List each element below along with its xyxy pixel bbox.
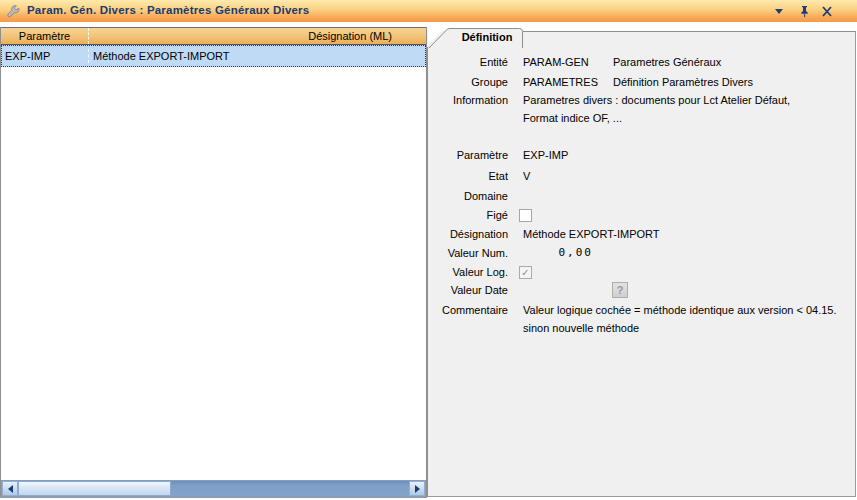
entite-label: Entité xyxy=(428,54,508,70)
window-title: Param. Gén. Divers : Paramètres Généraux… xyxy=(27,4,309,16)
field-designation: Désignation Méthode EXPORT-IMPORT xyxy=(428,226,848,242)
field-fige: Figé xyxy=(428,207,848,223)
entite-name: Parametres Généraux xyxy=(613,54,721,70)
scrollbar-track[interactable] xyxy=(171,481,409,496)
cell-parametre: EXP-IMP xyxy=(1,49,89,63)
app-window: Param. Gén. Divers : Paramètres Généraux… xyxy=(0,0,857,500)
scroll-left-button[interactable] xyxy=(2,481,18,496)
entite-code: PARAM-GEN xyxy=(523,54,589,70)
etat-value: V xyxy=(523,168,530,184)
field-information-2: Format indice OF, ... xyxy=(428,110,848,126)
field-commentaire-2: sinon nouvelle méthode xyxy=(428,320,848,336)
information-label: Information xyxy=(428,92,508,108)
parameter-table: Paramètre Désignation (ML) EXP-IMP Métho… xyxy=(0,27,427,498)
information-line1: Parametres divers : documents pour Lct A… xyxy=(523,92,790,108)
valeur-num-value[interactable]: 0,00 xyxy=(523,245,593,261)
parametre-label: Paramètre xyxy=(428,147,508,163)
parametre-value: EXP-IMP xyxy=(523,147,568,163)
column-header-parametre[interactable]: Paramètre xyxy=(1,28,89,44)
field-entite: Entité PARAM-GEN Parametres Généraux xyxy=(428,54,848,70)
domaine-label: Domaine xyxy=(428,188,508,204)
groupe-code: PARAMETRES xyxy=(523,74,598,90)
arrow-right-icon xyxy=(415,485,420,493)
valeur-log-checkbox[interactable]: ✓ xyxy=(519,266,532,279)
valeur-date-label: Valeur Date xyxy=(428,282,508,298)
field-information: Information Parametres divers : document… xyxy=(428,92,848,108)
definition-form: Entité PARAM-GEN Parametres Généraux Gro… xyxy=(428,31,857,497)
groupe-name: Définition Paramètres Divers xyxy=(613,74,753,90)
window-menu-dropdown-icon[interactable] xyxy=(775,9,783,14)
groupe-label: Groupe xyxy=(428,74,508,90)
date-picker-button[interactable]: ? xyxy=(612,282,628,298)
pin-icon[interactable] xyxy=(798,5,812,18)
designation-label: Désignation xyxy=(428,226,508,242)
window-titlebar: Param. Gén. Divers : Paramètres Généraux… xyxy=(0,0,857,22)
column-header-designation[interactable]: Désignation (ML) xyxy=(89,28,426,44)
field-commentaire: Commentaire Valeur logique cochée = méth… xyxy=(428,302,848,318)
table-row[interactable]: EXP-IMP Méthode EXPORT-IMPORT xyxy=(1,45,426,67)
field-valeur-log: Valeur Log. ✓ xyxy=(428,264,848,280)
etat-label: Etat xyxy=(428,168,508,184)
valeur-num-label: Valeur Num. xyxy=(428,245,508,261)
information-line2: Format indice OF, ... xyxy=(523,110,622,126)
designation-value: Méthode EXPORT-IMPORT xyxy=(523,226,660,242)
table-header-row: Paramètre Désignation (ML) xyxy=(1,27,426,45)
field-domaine: Domaine xyxy=(428,188,848,204)
wrench-icon xyxy=(5,3,21,19)
close-icon[interactable] xyxy=(820,5,834,18)
field-etat: Etat V xyxy=(428,168,848,184)
valeur-log-label: Valeur Log. xyxy=(428,264,508,280)
arrow-left-icon xyxy=(8,485,13,493)
commentaire-line1: Valeur logique cochée = méthode identiqu… xyxy=(523,302,837,318)
scroll-right-button[interactable] xyxy=(409,481,425,496)
fige-label: Figé xyxy=(428,207,508,223)
commentaire-line2: sinon nouvelle méthode xyxy=(523,320,639,336)
field-groupe: Groupe PARAMETRES Définition Paramètres … xyxy=(428,74,848,90)
horizontal-scrollbar[interactable] xyxy=(1,480,426,497)
commentaire-label: Commentaire xyxy=(428,302,508,318)
field-valeur-num: Valeur Num. 0,00 xyxy=(428,245,848,261)
field-parametre: Paramètre EXP-IMP xyxy=(428,147,848,163)
scrollbar-thumb[interactable] xyxy=(18,481,171,496)
fige-checkbox[interactable] xyxy=(519,209,532,222)
field-valeur-date: Valeur Date ? xyxy=(428,282,848,298)
cell-designation: Méthode EXPORT-IMPORT xyxy=(89,49,426,63)
